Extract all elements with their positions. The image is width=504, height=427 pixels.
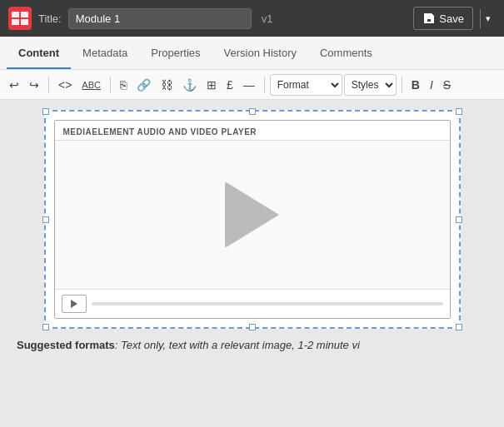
toolbar: ↩ ↪ <> ABC ⎘ 🔗 ⛓ ⚓ ⊞ £ — Format Paragrap…	[0, 70, 504, 100]
unlink-button[interactable]: ⛓	[157, 75, 177, 95]
handle-bot-left[interactable]	[42, 324, 49, 330]
tab-properties[interactable]: Properties	[139, 38, 212, 69]
svg-rect-1	[21, 12, 28, 17]
tab-version-history[interactable]: Version History	[212, 38, 308, 69]
anchor-button[interactable]: ⚓	[178, 75, 201, 95]
bold-button[interactable]: B	[407, 75, 424, 95]
svg-rect-0	[12, 12, 19, 17]
handle-top-right[interactable]	[456, 108, 462, 115]
media-player-controls	[55, 290, 450, 318]
table-button[interactable]: ⊞	[202, 75, 221, 95]
copy-button[interactable]: ⎘	[116, 75, 131, 95]
handle-mid-right[interactable]	[456, 216, 462, 223]
tab-bar: Content Metadata Properties Version Hist…	[0, 37, 504, 70]
spellcheck-button[interactable]: ABC	[77, 77, 105, 93]
save-dropdown-button[interactable]: ▾	[480, 9, 496, 28]
media-play-button[interactable]	[62, 295, 87, 313]
editor-frame: MEDIAELEMENT AUDIO AND VIDEO PLAYER	[44, 110, 461, 329]
separator-3	[264, 77, 265, 93]
special-char-button[interactable]: £	[222, 75, 237, 95]
svg-rect-2	[12, 19, 19, 25]
app-logo	[8, 7, 32, 30]
suggested-formats-body: : Text only, text with a relevant image,…	[115, 339, 360, 351]
tab-metadata[interactable]: Metadata	[71, 38, 139, 69]
save-button[interactable]: Save	[413, 7, 473, 30]
handle-bot-right[interactable]	[456, 324, 462, 330]
suggested-formats-text: Suggested formats: Text only, text with …	[17, 337, 487, 354]
italic-button[interactable]: I	[426, 75, 437, 95]
separator-1	[48, 77, 49, 93]
handle-mid-left[interactable]	[42, 216, 49, 223]
link-button[interactable]: 🔗	[132, 75, 155, 95]
top-bar: Title: v1 Save ▾	[0, 0, 504, 37]
version-badge: v1	[262, 12, 273, 25]
handle-top-mid[interactable]	[249, 108, 256, 115]
save-label: Save	[439, 12, 464, 25]
svg-rect-3	[21, 19, 28, 25]
mini-play-icon	[71, 300, 77, 308]
title-label: Title:	[38, 12, 62, 25]
play-triangle-icon	[225, 181, 279, 248]
media-progress-bar[interactable]	[92, 302, 443, 305]
separator-4	[402, 77, 402, 93]
format-select[interactable]: Format Paragraph Heading 1 Heading 2	[270, 74, 342, 96]
redo-button[interactable]: ↪	[25, 75, 43, 95]
tab-content[interactable]: Content	[7, 38, 71, 69]
media-player-title: MEDIAELEMENT AUDIO AND VIDEO PLAYER	[55, 121, 450, 140]
source-button[interactable]: <>	[54, 75, 76, 95]
media-player: MEDIAELEMENT AUDIO AND VIDEO PLAYER	[54, 120, 451, 319]
styles-select[interactable]: Styles	[344, 74, 397, 96]
content-area: MEDIAELEMENT AUDIO AND VIDEO PLAYER Sugg…	[0, 100, 504, 427]
media-player-screen[interactable]	[55, 140, 450, 290]
separator-2	[110, 77, 111, 93]
title-input[interactable]	[68, 8, 252, 29]
undo-button[interactable]: ↩	[5, 75, 23, 95]
suggested-formats-label: Suggested formats	[17, 339, 115, 351]
hr-button[interactable]: —	[239, 75, 259, 95]
tab-comments[interactable]: Comments	[308, 38, 384, 69]
strikethrough-button[interactable]: S	[439, 75, 455, 95]
handle-top-left[interactable]	[42, 108, 49, 115]
handle-bot-mid[interactable]	[249, 324, 256, 330]
